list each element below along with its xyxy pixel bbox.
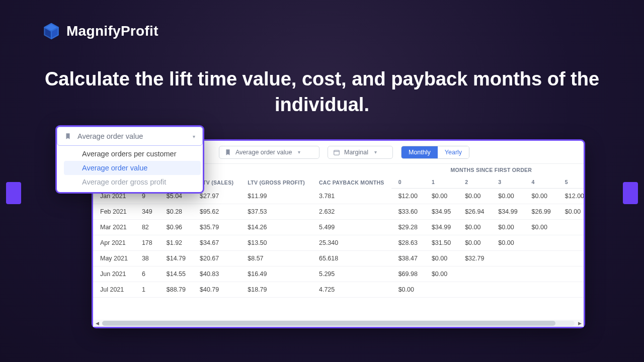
cell-m0: $0.00 (391, 282, 425, 298)
cell-month: May 2021 (93, 251, 135, 266)
metric-dropdown-toggle[interactable]: Average order value ▾ (57, 127, 203, 146)
cell-m2 (458, 266, 491, 282)
scroll-right-icon[interactable]: ▶ (577, 321, 583, 326)
cell-ltv_sales: $34.67 (193, 235, 240, 251)
table-row: Jun 20216$14.55$40.83$16.495.295$69.98$0… (93, 266, 584, 282)
cell-payback: 4.725 (312, 282, 391, 298)
cell-m5: $12.00 (558, 189, 584, 204)
cell-m5: $0.00 (558, 204, 584, 220)
basis-select-label: Marginal (344, 149, 368, 156)
page-headline: Calculate the lift time value, cost, and… (0, 66, 644, 118)
cell-m5 (558, 251, 584, 266)
cell-ltv_gp: $8.57 (240, 251, 312, 266)
cell-cac: $14.55 (159, 266, 193, 282)
cell-m0: $69.98 (391, 266, 425, 282)
cell-m1 (425, 282, 458, 298)
cell-m1: $31.50 (425, 235, 458, 251)
cell-month: Feb 2021 (93, 204, 135, 220)
cell-month: Apr 2021 (93, 235, 135, 251)
period-toggle: Monthly Yearly (401, 146, 469, 159)
metric-option[interactable]: Average orders per customer (82, 147, 201, 161)
cell-payback: 3.781 (312, 189, 391, 204)
cell-ltv_sales: $40.79 (193, 282, 240, 298)
cell-ltv_gp: $14.26 (240, 220, 312, 235)
cell-m5 (558, 266, 584, 282)
table-row: Jul 20211$88.79$40.79$18.794.725$0.00 (93, 282, 584, 298)
cell-ltv_gp: $11.99 (240, 189, 312, 204)
metric-select-label: Average order value (235, 149, 292, 156)
bookmark-icon (64, 133, 71, 140)
cell-m3 (491, 282, 524, 298)
cell-count: 1 (135, 282, 159, 298)
bookmark-icon (224, 149, 231, 156)
cell-payback: 5.295 (312, 266, 391, 282)
chevron-down-icon: ▾ (193, 134, 195, 139)
cell-ltv_sales: $20.67 (193, 251, 240, 266)
brand-logo-icon (42, 22, 60, 40)
metric-select[interactable]: Average order value ▾ (219, 146, 319, 159)
cell-count: 6 (135, 266, 159, 282)
cell-m4: $26.99 (525, 204, 558, 220)
cell-m5 (558, 282, 584, 298)
cell-m3 (491, 251, 524, 266)
cell-payback: 2.632 (312, 204, 391, 220)
col-m1: 1 (425, 176, 458, 189)
cell-month: Mar 2021 (93, 220, 135, 235)
cell-count: 82 (135, 220, 159, 235)
decor-left (6, 182, 21, 204)
cell-m2 (458, 282, 491, 298)
cell-cac: $14.79 (159, 251, 193, 266)
cell-m4: $0.00 (525, 189, 558, 204)
metric-dropdown-open: Average order value ▾ Average orders per… (57, 127, 203, 192)
cell-m5 (558, 220, 584, 235)
cell-m0: $38.47 (391, 251, 425, 266)
cell-payback: 25.340 (312, 235, 391, 251)
chevron-down-icon: ▾ (298, 149, 300, 155)
cell-month: Jul 2021 (93, 282, 135, 298)
cell-ltv_gp: $37.53 (240, 204, 312, 220)
cell-ltv_sales: $35.79 (193, 220, 240, 235)
metric-option[interactable]: Average order gross profit (82, 175, 201, 189)
decor-right (623, 182, 638, 204)
scroll-left-icon[interactable]: ◀ (94, 321, 100, 326)
cell-m3: $0.00 (491, 220, 524, 235)
basis-select[interactable]: Marginal ▾ (328, 146, 393, 159)
period-yearly[interactable]: Yearly (438, 146, 469, 158)
cell-m4 (525, 251, 558, 266)
cell-m0: $33.60 (391, 204, 425, 220)
col-ltv-gp: LTV (GROSS PROFIT) (240, 164, 312, 189)
cell-ltv_gp: $18.79 (240, 282, 312, 298)
col-m0: 0 (391, 176, 425, 189)
cell-payback: 65.618 (312, 251, 391, 266)
metric-dropdown-list: Average orders per customer Average orde… (57, 146, 203, 192)
cell-m4 (525, 282, 558, 298)
period-monthly[interactable]: Monthly (401, 146, 438, 158)
cell-m3: $0.00 (491, 235, 524, 251)
cell-m4 (525, 235, 558, 251)
svg-rect-3 (334, 150, 340, 154)
cell-ltv_sales: $95.62 (193, 204, 240, 220)
cell-count: 349 (135, 204, 159, 220)
calendar-icon (333, 149, 340, 156)
cell-m0: $12.00 (391, 189, 425, 204)
cell-m2: $0.00 (458, 189, 491, 204)
cell-ltv_sales: $40.83 (193, 266, 240, 282)
scrollbar-track[interactable] (102, 321, 575, 326)
brand-name: MagnifyProfit (66, 23, 158, 39)
col-m5: 5 (558, 176, 584, 189)
horizontal-scrollbar[interactable]: ◀ ▶ (93, 320, 584, 327)
cell-m2: $32.79 (458, 251, 491, 266)
cell-m2: $0.00 (458, 235, 491, 251)
cell-month: Jun 2021 (93, 266, 135, 282)
scrollbar-thumb[interactable] (102, 321, 555, 326)
metric-option[interactable]: Average order value (64, 161, 201, 175)
cell-m3: $34.99 (491, 204, 524, 220)
cell-cac: $1.92 (159, 235, 193, 251)
col-m2: 2 (458, 176, 491, 189)
cell-m1: $34.99 (425, 220, 458, 235)
cell-m3 (491, 266, 524, 282)
cell-cac: $88.79 (159, 282, 193, 298)
cell-m2: $0.00 (458, 220, 491, 235)
col-m3: 3 (491, 176, 524, 189)
cell-payback: 5.499 (312, 220, 391, 235)
